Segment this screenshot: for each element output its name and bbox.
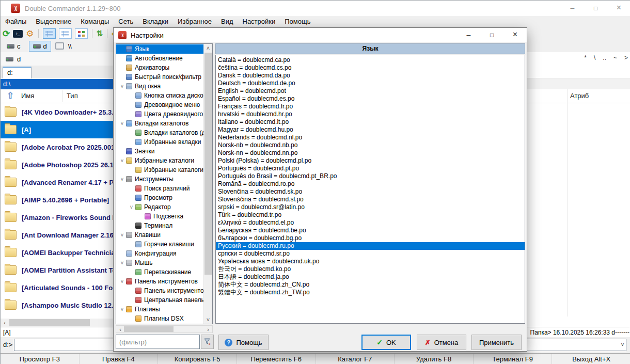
language-row[interactable]: Slovenčina = doublecmd.sk.po [216, 188, 525, 196]
scrollbar-thumb[interactable] [124, 326, 174, 332]
language-row[interactable]: Português do Brasil = doublecmd.pt_BR.po [216, 172, 525, 180]
menu-item[interactable]: Выделение [31, 16, 76, 27]
tree-horizontal-scrollbar[interactable] [116, 325, 213, 333]
tree-item[interactable]: Вкладки каталогов [116, 119, 204, 128]
fn-key-button[interactable]: Выход Alt+X [552, 354, 630, 364]
expander-icon[interactable] [118, 279, 126, 284]
tree-item[interactable]: Мышь [116, 258, 204, 267]
column-name[interactable]: Имя [21, 92, 34, 100]
language-row[interactable]: Español = doublecmd.es.po [216, 95, 525, 103]
tree-item[interactable]: Инструменты [116, 175, 204, 184]
full-view-icon[interactable] [59, 28, 72, 39]
language-row[interactable]: Português = doublecmd.pt.po [216, 165, 525, 172]
language-row[interactable]: ελληνικά = doublecmd.el.po [216, 219, 525, 227]
tree-item[interactable]: Вид окна [116, 82, 204, 91]
language-row[interactable]: Français = doublecmd.fr.po [216, 103, 525, 110]
language-row[interactable]: hrvatski = doublecmd.hr.po [216, 110, 525, 118]
thumbnails-view-icon[interactable] [75, 28, 88, 39]
chevron-down-icon[interactable] [621, 341, 624, 349]
tree-item[interactable]: Плагины DSX [116, 314, 204, 323]
language-row[interactable]: 한국어 = doublecmd.ko.po [216, 265, 525, 273]
tree-item[interactable]: Цвета древовидного м [116, 109, 204, 119]
scrollbar-thumb[interactable] [204, 53, 212, 275]
language-row[interactable]: Slovenščina = doublecmd.sl.po [216, 196, 525, 203]
tree-item[interactable]: Панель инструментов [116, 286, 204, 295]
language-row[interactable]: Українська мова = doublecmd.uk.po [216, 258, 525, 265]
expander-icon[interactable] [118, 307, 126, 312]
scroll-left-icon[interactable] [116, 325, 124, 334]
tree-item[interactable]: Значки [116, 147, 204, 156]
fn-key-button[interactable]: Каталог F7 [316, 354, 395, 364]
tree-item[interactable]: Горячие клавиши [116, 240, 204, 249]
column-separator[interactable] [62, 90, 62, 102]
language-row[interactable]: srpski = doublecmd.sr@latin.po [216, 203, 525, 211]
fn-key-button[interactable]: Переместить F6 [237, 354, 316, 364]
tab-d[interactable]: d: [3, 67, 32, 78]
tree-item[interactable]: Избранные вкладки [116, 137, 204, 147]
menu-item[interactable]: Вид [216, 16, 238, 27]
scroll-down-icon[interactable] [204, 315, 212, 324]
expander-icon[interactable] [118, 260, 126, 266]
language-row[interactable]: български = doublecmd.bg.po [216, 234, 525, 242]
network-icon[interactable] [55, 42, 64, 50]
fn-key-button[interactable]: Удалить F8 [395, 354, 474, 364]
tree-item[interactable]: Терминал [116, 221, 204, 230]
language-row[interactable]: Türk = doublecmd.tr.po [216, 211, 525, 219]
apply-button[interactable]: Применить [471, 335, 522, 350]
panel-nav-button[interactable]: .. [603, 54, 606, 65]
panel-nav-button[interactable]: \ [594, 54, 595, 65]
language-row[interactable]: Deutsch = doublecmd.de.po [216, 80, 525, 87]
fn-key-button[interactable]: Правка F4 [80, 354, 159, 364]
scroll-right-icon[interactable] [204, 325, 212, 334]
up-dir-icon[interactable] [7, 90, 14, 101]
ok-button[interactable]: ✓ OK [361, 335, 411, 350]
column-type[interactable]: Тип [67, 92, 78, 100]
dialog-close-icon[interactable] [503, 28, 527, 42]
options-gears-icon[interactable]: ⚙ [26, 28, 34, 39]
network-path-button[interactable]: \\ [68, 42, 72, 50]
tree-item[interactable]: Подсветка [116, 212, 204, 221]
dialog-maximize-icon[interactable] [480, 28, 503, 42]
language-row[interactable]: Italiano = doublecmd.it.po [216, 118, 525, 126]
tree-item[interactable]: Клавиши [116, 230, 204, 240]
drive-button[interactable]: c [3, 41, 25, 52]
language-row[interactable]: Magyar = doublecmd.hu.po [216, 126, 525, 134]
menu-item[interactable]: Избранное [173, 16, 216, 27]
tree-item[interactable]: Древовидное меню [116, 100, 204, 109]
language-row[interactable]: 日本語 = doublecmd.ja.po [216, 273, 525, 281]
terminal-icon[interactable]: ›_ [13, 30, 23, 38]
maximize-icon[interactable] [584, 1, 607, 15]
column-attributes[interactable]: Атриб [570, 92, 589, 100]
menu-item[interactable]: Команды [76, 16, 114, 27]
filter-input[interactable] [116, 335, 200, 349]
expander-icon[interactable] [118, 232, 126, 238]
tree-item[interactable]: Перетаскивание [116, 267, 204, 277]
tree-item[interactable]: Редактор [116, 202, 204, 212]
language-row[interactable]: Русский = doublecmd.ru.po [216, 242, 525, 250]
language-row[interactable]: Dansk = doublecmd.da.po [216, 72, 525, 80]
expander-icon[interactable] [118, 84, 126, 89]
language-row[interactable]: Norsk-nn = doublecmd.nn.po [216, 149, 525, 157]
tree-item[interactable]: Вкладки каталогов (до [116, 128, 204, 137]
language-row[interactable]: српски = doublecmd.sr.po [216, 250, 525, 258]
language-row[interactable]: Беларуская = doublecmd.be.po [216, 227, 525, 234]
language-row[interactable]: English = doublecmd.pot [216, 87, 525, 95]
menu-item[interactable]: Настройки [238, 16, 280, 27]
tree-item[interactable]: Язык [116, 44, 204, 54]
minimize-icon[interactable] [561, 1, 584, 15]
menu-item[interactable]: Сеть [114, 16, 138, 27]
tree-item[interactable]: Просмотр [116, 193, 204, 202]
tree-item[interactable]: Архиваторы [116, 63, 204, 72]
scroll-left-icon[interactable] [1, 319, 9, 327]
fn-key-button[interactable]: Просмотр F3 [1, 354, 80, 364]
scroll-up-icon[interactable] [204, 44, 212, 52]
expander-icon[interactable] [118, 177, 126, 182]
brief-view-icon[interactable] [43, 28, 56, 39]
language-row[interactable]: 简体中文 = doublecmd.zh_CN.po [216, 281, 525, 289]
tree-item[interactable]: Конфигурация [116, 249, 204, 258]
menu-item[interactable]: Помощь [280, 16, 315, 27]
expander-icon[interactable] [118, 158, 126, 164]
language-row[interactable]: čeština = doublecmd.cs.po [216, 64, 525, 72]
help-button[interactable]: ? Помощь [218, 335, 269, 350]
language-row[interactable]: Català = doublecmd.ca.po [216, 56, 525, 64]
